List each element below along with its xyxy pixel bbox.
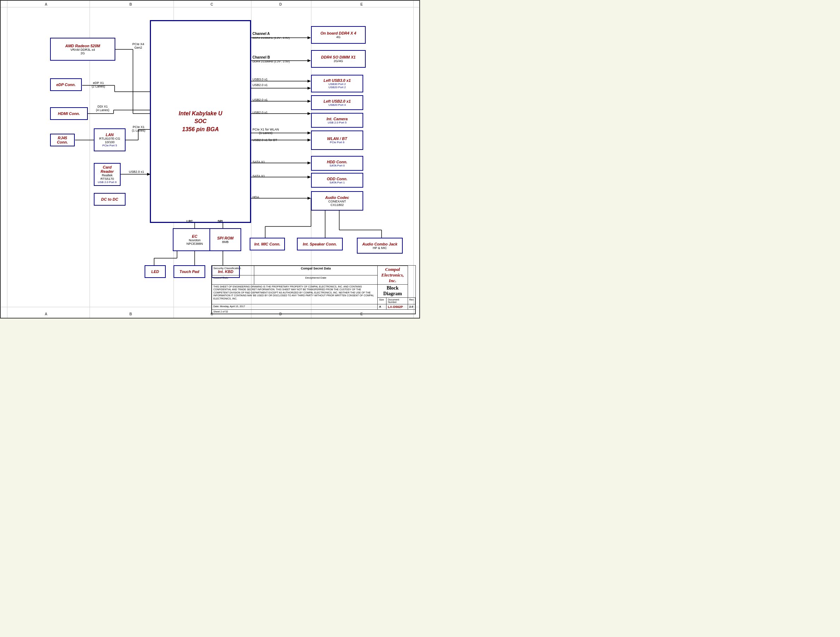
footer: Security Classification Compal Secret Da…	[211, 265, 416, 314]
rev-value: 2.0	[407, 304, 415, 310]
int-camera-sub1: USB 2.0 Port 5	[328, 121, 346, 124]
svg-marker-41	[308, 197, 311, 200]
int-mic-conn-title: Int. MIC Conn.	[254, 242, 280, 246]
usb20-3-label: USB2.0 x1	[253, 111, 268, 114]
svg-marker-29	[308, 100, 311, 103]
pcie-x1-label: PCIe X1(1 Lanes)	[126, 125, 151, 132]
int-speaker-conn-component: Int. Speaker Conn.	[297, 238, 343, 250]
doc-number-value: LA-D562P	[386, 304, 407, 310]
pcie-x4-label: PCIe X4Gen2	[128, 42, 149, 49]
soc-title: Intel Kabylake U	[179, 110, 223, 117]
svg-marker-25	[308, 80, 311, 82]
svg-marker-31	[308, 112, 311, 115]
ec-sub1: Nuvoton	[189, 239, 201, 242]
card-reader-sub2: RTS5170	[101, 177, 114, 180]
grid-col-b: B	[129, 2, 132, 6]
svg-marker-21	[308, 36, 311, 39]
grid-col-d: D	[279, 2, 282, 6]
onboard-ddr4-title: On board DDR4 X 4	[321, 31, 356, 35]
audio-combo-jack-sub1: HP & MIC	[373, 246, 387, 250]
edp-x1-label: eDP X1(2 Lanes)	[86, 81, 111, 88]
audio-combo-jack-component: Audio Combo Jack HP & MIC	[357, 238, 403, 254]
svg-marker-35	[308, 139, 311, 141]
odd-conn-component: ODD Conn. SATA Port 1	[311, 173, 363, 188]
touch-pad-title: Touch Pad	[180, 269, 199, 274]
hdmi-conn-title: HDMI Conn.	[58, 111, 80, 116]
ec-sub2: NPCE388N	[186, 242, 203, 245]
grid-col-b-bot: B	[129, 312, 132, 316]
ddr4-a-label: DDR4 2133MHz (1.2V , 2.5V)	[253, 36, 289, 40]
dc-to-dc-title: DC to DC	[101, 197, 118, 201]
usb20-bt-label: USB2.0 x1 for BT	[253, 138, 277, 142]
ec-title: EC	[192, 234, 197, 239]
grid-col-a-bot: A	[45, 312, 47, 316]
disclaimer-text: THIS SHEET OF ENGINEERING DRAWING IS THE…	[213, 285, 376, 300]
lpc-label: LPC	[186, 220, 193, 223]
spi-rom-title: SPI ROM	[217, 236, 234, 240]
svg-marker-33	[308, 131, 311, 134]
edp-conn-component: eDP Conn.	[50, 78, 82, 91]
sata-odd-label: SATA X1	[253, 174, 265, 178]
wlan-bt-component: WLAN / BT PCIe Port 6	[311, 131, 363, 150]
left-usb30-sub1: USB30 Port 2	[328, 82, 346, 86]
svg-marker-27	[308, 87, 311, 90]
card-reader-component: Card Reader Realtek RTS5170 USB 2.0 Port…	[94, 163, 121, 186]
card-reader-sub3: USB 2.0 Port 6	[98, 180, 116, 184]
soc-line2: SOC	[194, 117, 207, 125]
lan-sub3: PCIe Port 5	[102, 144, 117, 147]
rev-label: Rev	[407, 298, 415, 304]
svg-marker-37	[308, 161, 311, 164]
left-usb30-sub2: USB20 Port 2	[328, 86, 346, 89]
onboard-ddr4-component: On board DDR4 X 4 4G	[311, 26, 366, 44]
of-value: of	[223, 310, 225, 313]
issued-value: Deciphered Date	[254, 275, 378, 285]
channel-a-label: Channel A	[253, 32, 270, 36]
ddr4-sodimm-component: DDR4 SO DIMM X1 2G/4G	[311, 50, 366, 68]
ddr4-sodimm-title: DDR4 SO DIMM X1	[321, 55, 356, 59]
left-usb20-sub1: USB20 Port 4	[328, 103, 346, 106]
hdd-conn-component: HDD Conn. SATA Port 0	[311, 156, 363, 171]
hdd-conn-sub1: SATA Port 0	[330, 164, 345, 167]
amd-gpu-component: AMD Radeon 520M VRAM DDR3L x4 2G	[50, 38, 115, 61]
grid-col-e: E	[360, 2, 363, 6]
date-label: Date	[213, 305, 219, 308]
touch-pad-component: Touch Pad	[174, 265, 205, 278]
dc-to-dc-component: DC to DC	[94, 193, 126, 205]
spi-label: SPI	[218, 220, 223, 223]
usb20-2-label: USB2.0 x1	[253, 98, 268, 101]
audio-combo-jack-title: Audio Combo Jack	[362, 242, 398, 246]
grid-col-a: A	[45, 2, 47, 6]
rj45-conn-component: RJ45 Conn.	[50, 134, 75, 146]
block-diagram-title: Block Diagram	[379, 285, 406, 297]
soc-line3: 1356 pin BGA	[182, 126, 219, 133]
amd-gpu-sub1: VRAM DDR3L x4	[71, 48, 95, 52]
hdmi-conn-component: HDMI Conn.	[50, 107, 88, 120]
hda-label: HDA	[253, 195, 259, 199]
lan-sub2: 10/100	[105, 141, 115, 144]
size-label: Size	[377, 298, 386, 304]
sheet-label: Sheet	[213, 310, 220, 313]
audio-codec-sub2: CX11802	[330, 203, 344, 207]
security-classification-label: Security Classification	[212, 266, 254, 275]
int-camera-component: Int. Camera USB 2.0 Port 5	[311, 113, 363, 128]
spi-rom-sub1: 8MB	[222, 240, 229, 244]
amd-gpu-sub2: 2G	[81, 52, 85, 55]
lan-title: LAN	[106, 133, 114, 137]
soc-component: Intel Kabylake U SOC 1356 pin BGA	[150, 20, 251, 223]
audio-codec-title: Audio Codec	[325, 195, 349, 200]
left-usb30-component: Left USB3.0 x1 USB30 Port 2 USB20 Port 2	[311, 75, 363, 92]
card-reader-sub1: Realtek	[102, 174, 113, 177]
usb20-1-label: USB2.0 x1	[253, 83, 268, 87]
ddr4-b-label: DDR4 2133MHz (1.2V , 2.5V)	[253, 60, 289, 63]
pcie-wlan-label: PCIe X1 for WLAN(1 Lanes)	[253, 128, 279, 135]
audio-codec-sub1: CONEXANT	[328, 200, 346, 203]
svg-marker-39	[308, 175, 311, 179]
sata-hdd-label: SATA X1	[253, 160, 265, 164]
grid-col-c: C	[210, 2, 213, 6]
wlan-bt-sub1: PCIe Port 6	[330, 141, 344, 144]
usb30-label: USB3.0 x1	[253, 77, 268, 81]
wlan-bt-title: WLAN / BT	[327, 136, 347, 141]
edp-conn-title: eDP Conn.	[56, 82, 76, 87]
odd-conn-title: ODD Conn.	[327, 177, 348, 181]
int-camera-title: Int. Camera	[327, 117, 348, 121]
